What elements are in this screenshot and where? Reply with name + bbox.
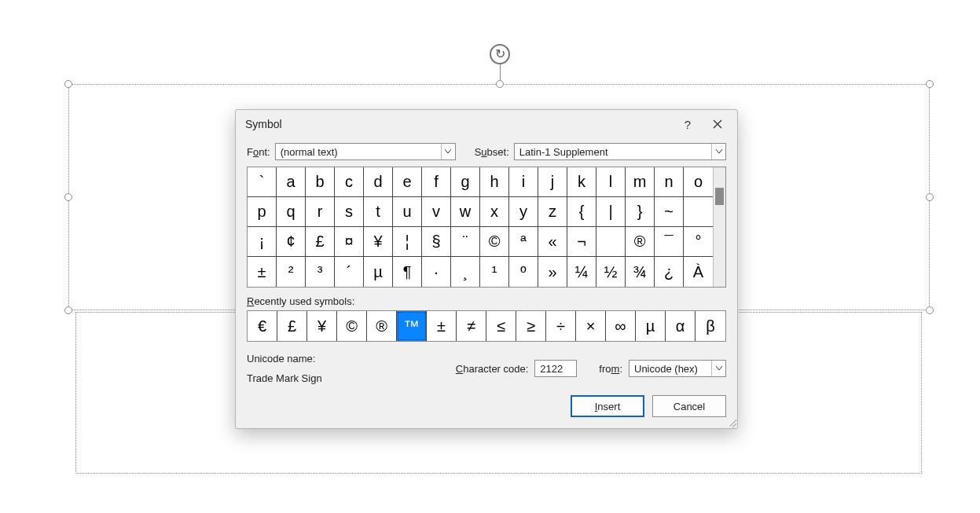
handle-tl[interactable]	[64, 80, 72, 88]
handle-ml[interactable]	[64, 193, 72, 201]
symbol-cell[interactable]: ¥	[364, 227, 393, 257]
recent-symbol-cell[interactable]: ≥	[516, 311, 546, 341]
symbol-cell[interactable]: ¡	[248, 227, 277, 257]
grid-scrollbar[interactable]	[713, 167, 725, 287]
resize-grip[interactable]	[725, 416, 736, 427]
symbol-cell[interactable]: ¦	[393, 227, 422, 257]
symbol-cell[interactable]: ·	[422, 257, 451, 287]
symbol-cell[interactable]: ­	[596, 227, 626, 257]
symbol-cell[interactable]: À	[684, 257, 713, 287]
scrollbar-thumb[interactable]	[715, 188, 724, 205]
symbol-cell[interactable]: ±	[248, 257, 277, 287]
symbol-cell[interactable]: n	[655, 167, 684, 197]
recent-symbol-cell[interactable]: β	[696, 311, 725, 341]
handle-top-mid[interactable]	[496, 80, 504, 88]
symbol-cell[interactable]: ¯	[655, 227, 684, 257]
symbol-cell[interactable]: g	[451, 167, 480, 197]
symbol-cell[interactable]: u	[393, 197, 422, 227]
recent-symbol-cell[interactable]: ≠	[457, 311, 486, 341]
symbol-cell[interactable]: }	[626, 197, 655, 227]
symbol-cell[interactable]: ²	[277, 257, 306, 287]
symbol-cell[interactable]: ½	[596, 257, 626, 287]
symbol-cell[interactable]	[684, 197, 713, 227]
recent-symbol-cell[interactable]: ≤	[486, 311, 516, 341]
rotate-handle-icon[interactable]: ↻	[490, 44, 510, 64]
symbol-cell[interactable]: ®	[626, 227, 655, 257]
handle-br[interactable]	[926, 306, 934, 314]
cancel-button[interactable]: Cancel	[652, 395, 726, 417]
symbol-cell[interactable]: `	[248, 167, 277, 197]
symbol-cell[interactable]: c	[335, 167, 364, 197]
symbol-cell[interactable]: x	[480, 197, 509, 227]
symbol-cell[interactable]: l	[596, 167, 626, 197]
symbol-cell[interactable]: ´	[335, 257, 364, 287]
handle-tr[interactable]	[926, 80, 934, 88]
from-combo[interactable]: Unicode (hex)	[629, 360, 726, 377]
symbol-cell[interactable]: º	[509, 257, 538, 287]
symbol-cell[interactable]: ©	[480, 227, 509, 257]
symbol-cell[interactable]: v	[422, 197, 451, 227]
symbol-cell[interactable]: k	[567, 167, 596, 197]
symbol-cell[interactable]: ª	[509, 227, 538, 257]
recent-symbol-cell[interactable]: ®	[367, 311, 397, 341]
symbol-cell[interactable]: m	[626, 167, 655, 197]
symbol-cell[interactable]: {	[567, 197, 596, 227]
symbol-cell[interactable]: ¹	[480, 257, 509, 287]
subset-combo[interactable]: Latin-1 Supplement	[514, 143, 726, 160]
symbol-cell[interactable]: ¨	[451, 227, 480, 257]
font-combo[interactable]: (normal text)	[275, 143, 456, 160]
symbol-cell[interactable]: ¤	[335, 227, 364, 257]
symbol-cell[interactable]: ¶	[393, 257, 422, 287]
symbol-cell[interactable]: p	[248, 197, 277, 227]
symbol-cell[interactable]: o	[684, 167, 713, 197]
symbol-cell[interactable]: e	[393, 167, 422, 197]
symbol-cell[interactable]: s	[335, 197, 364, 227]
symbol-cell[interactable]: ¬	[567, 227, 596, 257]
recent-symbol-cell[interactable]: ÷	[546, 311, 576, 341]
symbol-cell[interactable]: j	[538, 167, 567, 197]
recent-symbol-cell[interactable]: £	[277, 311, 307, 341]
recent-symbol-cell[interactable]: €	[248, 311, 277, 341]
symbol-cell[interactable]: »	[538, 257, 567, 287]
symbol-cell[interactable]: z	[538, 197, 567, 227]
insert-button[interactable]: Insert	[571, 395, 644, 417]
symbol-cell[interactable]: ¾	[626, 257, 655, 287]
recent-symbol-cell[interactable]: ™	[397, 311, 427, 341]
symbol-cell[interactable]: ³	[306, 257, 335, 287]
symbol-cell[interactable]: ¼	[567, 257, 596, 287]
symbol-cell[interactable]: y	[509, 197, 538, 227]
recent-symbol-cell[interactable]: ×	[576, 311, 606, 341]
symbol-cell[interactable]: ¿	[655, 257, 684, 287]
symbol-cell[interactable]: £	[306, 227, 335, 257]
recent-symbol-cell[interactable]: α	[666, 311, 696, 341]
recent-symbols-grid[interactable]: €£¥©®™±≠≤≥÷×∞µαβ	[247, 310, 726, 342]
handle-mr[interactable]	[926, 193, 934, 201]
symbol-cell[interactable]: a	[277, 167, 306, 197]
symbol-cell[interactable]: d	[364, 167, 393, 197]
symbol-cell[interactable]: r	[306, 197, 335, 227]
symbol-cell[interactable]: «	[538, 227, 567, 257]
symbol-cell[interactable]: ¸	[451, 257, 480, 287]
symbol-cell[interactable]: µ	[364, 257, 393, 287]
titlebar[interactable]: Symbol ?	[236, 110, 737, 138]
recent-symbol-cell[interactable]: ±	[427, 311, 457, 341]
symbol-grid[interactable]: `abcdefghijklmnopqrstuvwxyz{|}~¡¢£¤¥¦§¨©…	[248, 167, 713, 287]
help-button[interactable]: ?	[673, 112, 703, 136]
symbol-cell[interactable]: q	[277, 197, 306, 227]
symbol-cell[interactable]: b	[306, 167, 335, 197]
symbol-cell[interactable]: §	[422, 227, 451, 257]
symbol-cell[interactable]: t	[364, 197, 393, 227]
symbol-cell[interactable]: ~	[655, 197, 684, 227]
recent-symbol-cell[interactable]: ©	[337, 311, 367, 341]
symbol-cell[interactable]: |	[596, 197, 626, 227]
symbol-cell[interactable]: i	[509, 167, 538, 197]
symbol-cell[interactable]: f	[422, 167, 451, 197]
recent-symbol-cell[interactable]: µ	[636, 311, 666, 341]
symbol-cell[interactable]: °	[684, 227, 713, 257]
recent-symbol-cell[interactable]: ¥	[307, 311, 337, 341]
symbol-cell[interactable]: ¢	[277, 227, 306, 257]
charcode-field[interactable]: 2122	[534, 360, 577, 377]
recent-symbol-cell[interactable]: ∞	[606, 311, 636, 341]
symbol-cell[interactable]: h	[480, 167, 509, 197]
close-button[interactable]	[703, 112, 732, 136]
